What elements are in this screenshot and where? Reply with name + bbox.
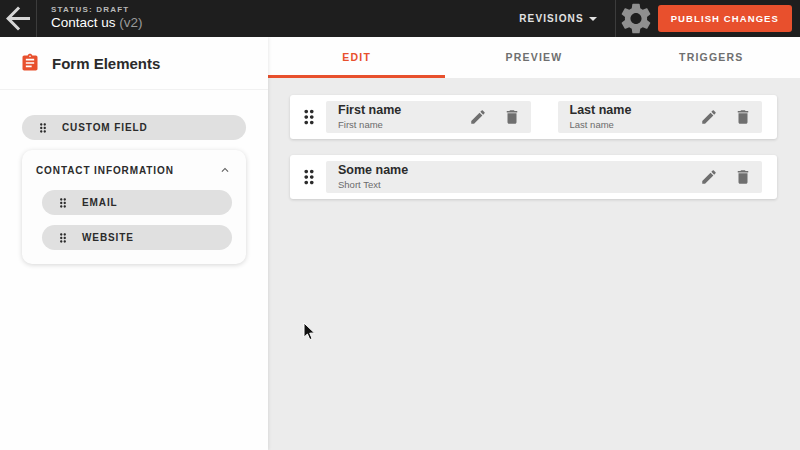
trash-icon [503,108,521,126]
tab-edit[interactable]: EDIT [268,37,445,78]
tab-preview[interactable]: PREVIEW [445,37,622,78]
arrow-left-icon [0,0,36,37]
sidebar-item-email[interactable]: EMAIL [42,190,232,215]
field-title: Last name [570,103,685,119]
sidebar-item-label: WEBSITE [82,232,134,243]
group-title: CONTACT INFORMATION [36,165,174,176]
field-subtitle: Last name [570,119,685,131]
pencil-icon [700,108,718,126]
form-version: (v2) [119,15,142,30]
sidebar-item-label: EMAIL [82,197,118,208]
sidebar-header: Form Elements [0,37,268,90]
field-title: Some name [338,163,684,179]
revisions-label: REVISIONS [519,13,583,24]
form-canvas: First name First name Last name [268,78,800,450]
settings-button[interactable] [616,0,656,37]
gear-icon [616,0,656,37]
page-title: Contact us (v2) [51,15,143,32]
form-clipboard-icon [20,53,40,73]
top-bar: STATUS: DRAFT Contact us (v2) REVISIONS … [0,0,800,37]
form-name: Contact us [51,15,116,30]
pencil-icon [700,168,718,186]
field-subtitle: First name [338,119,453,131]
drag-indicator-icon [56,196,70,210]
form-elements-sidebar: Form Elements CUSTOM FIELD CONTACT INFOR… [0,37,268,450]
trash-icon [734,168,752,186]
tab-bar: EDIT PREVIEW TRIGGERS [268,37,800,78]
trash-icon [734,108,752,126]
edit-field-button[interactable] [700,108,718,126]
pencil-icon [469,108,487,126]
field-last-name: Last name Last name [558,101,763,133]
delete-field-button[interactable] [503,108,521,126]
edit-field-button[interactable] [469,108,487,126]
chevron-up-icon [218,163,232,177]
drag-indicator-icon [36,121,50,135]
sidebar-title: Form Elements [52,55,160,72]
field-title: First name [338,103,453,119]
drag-indicator-icon[interactable] [298,106,320,128]
form-title-block: STATUS: DRAFT Contact us (v2) [37,5,157,32]
field-subtitle: Short Text [338,179,684,191]
sidebar-item-website[interactable]: WEBSITE [42,225,232,250]
sidebar-item-label: CUSTOM FIELD [62,122,148,133]
publish-changes-button[interactable]: PUBLISH CHANGES [658,5,792,32]
revisions-dropdown[interactable]: REVISIONS [501,0,614,37]
field-first-name: First name First name [326,101,531,133]
edit-field-button[interactable] [700,168,718,186]
field-row: First name First name Last name [290,95,777,139]
back-button[interactable] [0,0,36,37]
sidebar-item-custom-field[interactable]: CUSTOM FIELD [22,115,246,140]
drag-indicator-icon[interactable] [298,166,320,188]
group-header-contact-information[interactable]: CONTACT INFORMATION [36,158,232,182]
contact-information-group: CONTACT INFORMATION EMAIL WEBSITE [22,150,246,264]
delete-field-button[interactable] [734,168,752,186]
status-badge: STATUS: DRAFT [51,5,143,15]
delete-field-button[interactable] [734,108,752,126]
tab-triggers[interactable]: TRIGGERS [623,37,800,78]
drag-indicator-icon [56,231,70,245]
field-some-name: Some name Short Text [326,161,762,193]
chevron-down-icon [589,17,597,21]
field-row: Some name Short Text [290,155,777,199]
